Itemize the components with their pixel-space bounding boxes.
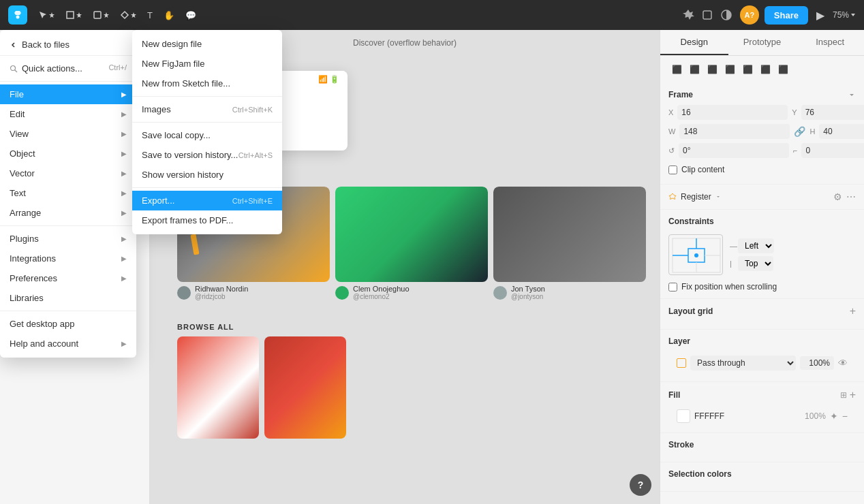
menu-item-vector[interactable]: Vector ▶ [0,163,136,183]
help-button[interactable]: ? [630,474,651,496]
stroke-section: Stroke [660,433,864,462]
move-tool[interactable] [34,7,59,22]
menu-item-view[interactable]: View ▶ [0,124,136,144]
align-center-h[interactable]: ⬛ [686,61,703,78]
menu-item-plugins[interactable]: Plugins ▶ [0,229,136,249]
align-center-v[interactable]: ⬛ [739,61,756,78]
constraints-box [668,234,723,275]
layer-title: Layer [668,336,856,346]
chevron-icon [848,91,856,99]
selection-colors-section: Selection colors [660,462,864,492]
fill-color-input[interactable] [694,411,801,421]
register-settings-btn[interactable]: ⚙ [833,191,842,202]
constraint-v-row: | Top [730,256,774,271]
blend-mode-select[interactable]: Pass through [690,356,796,371]
register-more-btn[interactable]: ⋯ [846,191,856,202]
svg-point-12 [11,65,16,70]
register-section: Register ⚙ ⋯ [660,185,864,210]
pen-tool[interactable] [116,7,140,22]
share-button[interactable]: Share [765,6,808,25]
fill-title: Fill ⊞ + [668,389,856,401]
quick-actions-btn[interactable]: Quick actions... Ctrl+/ [0,59,136,78]
submenu-new-figjam[interactable]: New FigJam file [132,54,282,74]
back-to-files-btn[interactable]: Back to files [0,34,136,56]
canvas-label: Discover (overflow behavior) [353,38,457,48]
remove-fill-btn[interactable]: − [842,411,848,422]
menu-item-integrations[interactable]: Integrations ▶ [0,249,136,268]
frame-w-input[interactable] [679,124,790,139]
constraint-v-select[interactable]: Top [738,256,773,271]
visibility-btn[interactable]: 👁 [838,358,848,368]
align-buttons: ⬛ ⬛ ⬛ ⬛ ⬛ ⬛ ⬛ [660,56,864,83]
comment-tool[interactable]: 💬 [181,7,200,23]
submenu-save-version[interactable]: Save to version history... Ctrl+Alt+S [132,145,282,165]
lock-ratio-icon[interactable]: 🔗 [794,126,805,137]
frame-section-title: Frame [668,90,856,99]
add-fill-btn[interactable]: + [850,389,856,401]
align-right[interactable]: ⬛ [704,61,720,78]
frame-rotation-row: ↺ ⌐ ⊡ [668,143,856,158]
submenu-export-pdf[interactable]: Export frames to PDF... [132,210,282,230]
menu-item-libraries[interactable]: Libraries [0,288,136,308]
submenu-show-version[interactable]: Show version history [132,165,282,185]
fill-grid-btn[interactable]: ⊞ [840,389,847,401]
add-layout-grid-btn[interactable]: + [850,306,856,317]
fix-scroll-row: Fix position when scrolling [668,282,856,292]
component-icon [681,8,695,22]
submenu-images[interactable]: Images Ctrl+Shift+K [132,99,282,119]
fill-color-swatch[interactable] [677,409,690,423]
fix-scroll-checkbox[interactable] [668,283,677,292]
tab-inspect[interactable]: Inspect [796,30,864,55]
zoom-level[interactable]: 75% [833,10,856,20]
submenu-save-local[interactable]: Save local copy... [132,125,282,145]
constraint-h-select[interactable]: Left [738,238,774,253]
layer-diamond-icon [677,358,686,368]
contrast-icon [720,8,733,22]
tab-prototype[interactable]: Prototype [728,30,797,55]
tab-design[interactable]: Design [660,30,728,55]
submenu-divider-2 [132,122,282,123]
toolbar-right: A? Share ▶ 75% [740,5,856,25]
submenu-export[interactable]: Export... Ctrl+Shift+E [132,191,282,210]
frame-y-input[interactable] [801,105,864,120]
browse-all-section: BROWSE ALL [177,323,346,439]
submenu-new-design[interactable]: New design file [132,34,282,54]
align-top[interactable]: ⬛ [722,61,738,78]
menu-item-object[interactable]: Object ▶ [0,144,136,163]
stylize-btn[interactable]: ✦ [830,411,838,422]
menu-item-edit[interactable]: Edit ▶ [0,104,136,124]
menu-divider-3 [0,311,136,311]
figma-logo[interactable] [8,5,27,25]
align-left[interactable]: ⬛ [668,61,685,78]
frame-x-input[interactable] [677,105,788,120]
svg-rect-3 [703,11,711,19]
toolbar: T ✋ 💬 A? Share ▶ 75% [0,0,864,30]
frame-corner-input[interactable] [801,143,864,158]
menu-item-arrange[interactable]: Arrange ▶ [0,203,136,223]
menu-divider-2 [0,225,136,226]
register-row: Register ⚙ ⋯ [668,191,856,202]
hand-tool[interactable]: ✋ [159,7,179,23]
svg-rect-2 [94,12,101,18]
shape-tool[interactable] [89,7,113,22]
layout-grid-section: Layout grid + [660,299,864,330]
menu-item-desktop[interactable]: Get desktop app [0,314,136,334]
frame-rotation-input[interactable] [679,143,789,158]
menu-item-file[interactable]: File ▶ [0,84,136,104]
play-button[interactable]: ▶ [814,6,827,25]
frame-h-input[interactable] [819,124,864,139]
text-tool[interactable]: T [143,7,157,23]
clip-content-checkbox[interactable] [668,166,677,174]
layer-section: Layer Pass through 👁 [660,330,864,382]
plugin-icon [700,8,714,22]
register-chevron [715,194,721,200]
submenu-new-from-sketch[interactable]: New from Sketch file... [132,74,282,93]
menu-item-help[interactable]: Help and account ▶ [0,334,136,353]
align-bottom[interactable]: ⬛ [757,61,773,78]
distribute-h[interactable]: ⬛ [775,61,791,78]
frame-tool[interactable] [61,7,86,22]
menu-item-text[interactable]: Text ▶ [0,183,136,203]
opacity-input[interactable] [800,356,834,370]
menu-item-preferences[interactable]: Preferences ▶ [0,268,136,288]
photo-credit-1: Ridhwan Nordin @ridzjcob [177,285,330,300]
